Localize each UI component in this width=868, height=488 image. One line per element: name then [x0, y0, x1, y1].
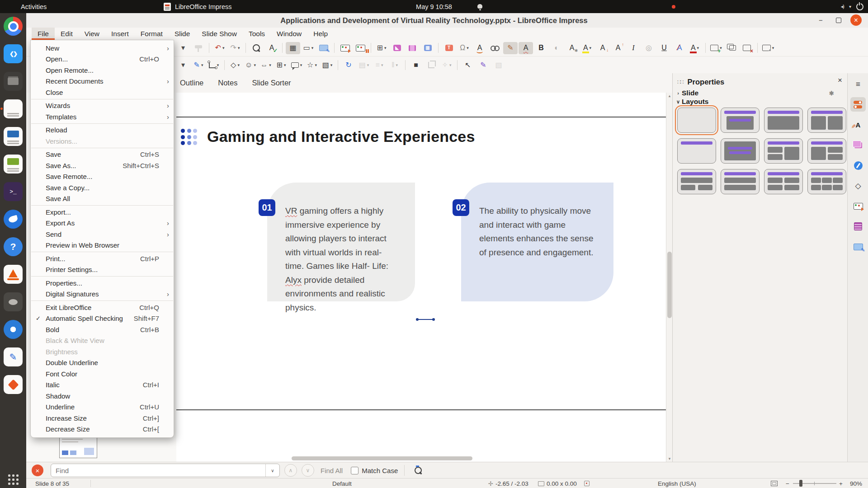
dropdown-caret-icon[interactable]: ▾ [396, 63, 398, 67]
symbol-shapes-icon[interactable]: ☺▾ [243, 59, 258, 71]
drag-handle-icon[interactable]: ∷∷ [677, 79, 683, 85]
layout-six-content[interactable] [807, 169, 846, 194]
font-color-icon[interactable]: A▾ [688, 42, 702, 54]
horizontal-scrollbar-thumb[interactable] [292, 456, 472, 460]
zoom-percent[interactable]: 90% [850, 479, 862, 488]
close-find-bar-button[interactable]: × [32, 465, 43, 476]
menu-item-bold[interactable]: BoldCtrl+B [31, 324, 174, 335]
hyperlink-icon[interactable] [488, 42, 502, 54]
freeform-line-icon[interactable]: ✎▾ [191, 59, 206, 71]
dock-thunderbird-icon[interactable] [4, 210, 23, 229]
menu-item-print[interactable]: Print...Ctrl+P [31, 253, 174, 264]
find-next-button[interactable]: ∨ [302, 464, 314, 477]
system-tray[interactable]: ◂) ▾ [841, 0, 863, 13]
fit-slide-button[interactable] [771, 479, 778, 488]
dropdown-caret-icon[interactable]: ▾ [772, 46, 774, 50]
spelling-icon[interactable]: A [264, 42, 279, 54]
new-slide-icon[interactable]: ▾ [709, 42, 723, 54]
layout-content-over-content[interactable] [721, 169, 760, 194]
menu-view[interactable]: View [79, 28, 105, 40]
clone-formatting-icon[interactable] [191, 42, 206, 54]
scroll-up-icon[interactable]: ▴ [666, 94, 673, 98]
menu-item-save[interactable]: SaveCtrl+S [31, 149, 174, 160]
layout-blank[interactable] [677, 108, 716, 133]
menu-item-templates[interactable]: Templates› [31, 111, 174, 122]
menu-insert[interactable]: Insert [105, 28, 135, 40]
layout-centered-text[interactable] [721, 138, 760, 164]
clear-formatting-icon[interactable]: A [672, 42, 687, 54]
delete-slide-icon[interactable] [740, 42, 754, 54]
layout-two-content-left[interactable] [764, 138, 803, 164]
gallery-tab-icon[interactable] [850, 138, 866, 152]
content-card-02[interactable]: 02The ability to physically moveand inte… [461, 183, 613, 301]
arrange-icon[interactable]: ≡▾ [372, 59, 387, 71]
find-all-button[interactable]: Find All [321, 467, 343, 474]
vertical-scrollbar[interactable]: ▴ ▾ [666, 93, 673, 462]
distribute-icon[interactable]: ‖▾ [387, 59, 402, 71]
dropdown-caret-icon[interactable]: ▾ [254, 63, 256, 67]
contour-icon[interactable]: ◐ [549, 42, 564, 54]
fontwork-icon[interactable]: A [472, 42, 487, 54]
card-text[interactable]: VR gaming offers a highlyimmersive exper… [285, 204, 388, 314]
document-modified-status[interactable] [584, 479, 590, 488]
menu-item-open-remote[interactable]: Open Remote... [31, 65, 174, 76]
block-arrows-icon[interactable]: ⇔▾ [259, 59, 273, 71]
navigator-tab-icon[interactable] [850, 158, 866, 173]
menu-item-automatic-spell-checking[interactable]: ✓Automatic Spell CheckingShift+F7 [31, 313, 174, 324]
layout-two-content-right[interactable] [807, 138, 846, 164]
dock-files-icon[interactable] [4, 72, 23, 91]
dropdown-caret-icon[interactable]: ▾ [384, 46, 387, 50]
match-case-checkbox[interactable] [351, 467, 359, 474]
dropdown-caret-icon[interactable]: ▾ [269, 63, 271, 67]
menu-item-font-color[interactable]: Font Color [31, 368, 174, 380]
menu-item-export-as[interactable]: Export As› [31, 218, 174, 229]
dock-terminal-icon[interactable] [4, 182, 23, 201]
line-handle[interactable] [432, 318, 435, 321]
start-from-first-slide-icon[interactable] [338, 42, 352, 54]
insert-text-box-icon[interactable]: T [442, 42, 456, 54]
menu-format[interactable]: Format [135, 28, 169, 40]
show-draw-functions-icon[interactable]: ✎ [503, 42, 518, 54]
dropdown-caret-icon[interactable]: ▾ [201, 63, 203, 67]
language-status[interactable]: English (USA) [658, 479, 696, 488]
dock-help-icon[interactable] [4, 237, 23, 256]
align-objects-icon[interactable]: ▤▾ [357, 59, 371, 71]
properties-tab-icon[interactable] [850, 97, 866, 112]
menu-item-open[interactable]: Open...Ctrl+O [31, 54, 174, 65]
content-card-01[interactable]: 01VR gaming offers a highlyimmersive exp… [267, 183, 415, 301]
dock-chrome-icon[interactable] [4, 17, 23, 36]
dock-vscode-icon[interactable] [4, 44, 23, 63]
dock-show-apps-icon[interactable] [4, 470, 23, 488]
menu-slide[interactable]: Slide [169, 28, 196, 40]
dropdown-caret-icon[interactable]: ▾ [237, 63, 240, 67]
shapes-tab-icon[interactable]: ◇ [850, 178, 866, 193]
menu-edit[interactable]: Edit [55, 28, 79, 40]
menu-item-recent-documents[interactable]: Recent Documents› [31, 76, 174, 87]
slide-layout-icon[interactable]: ▾ [761, 42, 775, 54]
dropdown-caret-icon[interactable]: ▾ [590, 46, 592, 50]
maximize-button[interactable] [833, 14, 844, 26]
menu-item-increase-size[interactable]: Increase SizeCtrl+] [31, 413, 174, 424]
dock-writer-icon[interactable] [4, 127, 23, 146]
slide-canvas[interactable]: Gaming and Interactive Experiences 01VR … [176, 93, 666, 462]
dropdown-caret-icon[interactable]: ▾ [238, 46, 240, 50]
start-from-current-slide-icon[interactable] [353, 42, 368, 54]
dropdown-caret-icon[interactable]: ▾ [222, 46, 225, 50]
shadow-icon[interactable]: ■ [409, 59, 423, 71]
connectors-icon[interactable]: ▾ [207, 59, 221, 71]
tab-notes[interactable]: Notes [218, 79, 237, 87]
overflow-caret-icon[interactable]: ▾ [176, 42, 190, 54]
highlight-color-icon[interactable]: A▾ [580, 42, 594, 54]
dock-gimp-icon[interactable] [4, 292, 23, 311]
dropdown-caret-icon[interactable]: ▾ [284, 63, 286, 67]
special-character-icon[interactable]: Ω▾ [457, 42, 472, 54]
layout-content-over-two-content[interactable] [677, 169, 716, 194]
scroll-down-icon[interactable]: ▾ [666, 456, 673, 461]
dropdown-caret-icon[interactable]: ▾ [300, 63, 302, 67]
tab-slide-sorter[interactable]: Slide Sorter [252, 79, 291, 87]
bold-icon[interactable]: B [534, 42, 548, 54]
insert-media-icon[interactable] [405, 42, 420, 54]
shrink-font-icon[interactable]: A [595, 42, 610, 54]
display-grid-icon[interactable]: ▦ [286, 42, 300, 54]
find-previous-button[interactable]: ∧ [284, 464, 297, 477]
